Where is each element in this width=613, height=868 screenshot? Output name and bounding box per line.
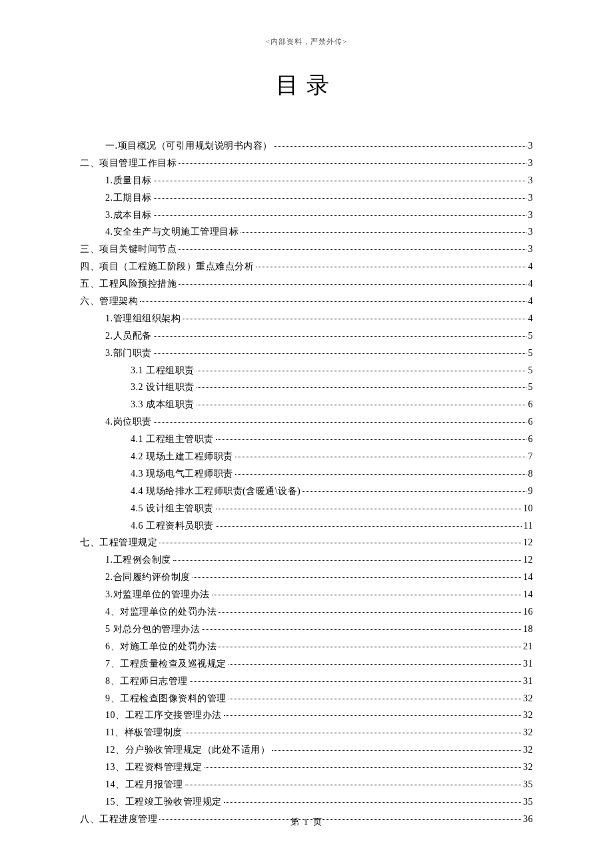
toc-entry: 8、工程师日志管理31 <box>80 673 533 690</box>
toc-entry-label: 六、管理架构 <box>80 293 138 310</box>
toc-entry-page: 9 <box>528 483 534 500</box>
toc-entry-page: 8 <box>528 465 534 483</box>
toc-entry: 4、对监理单位的处罚办法16 <box>80 603 533 621</box>
toc-entry-label: 3.1 工程组职责 <box>131 362 195 379</box>
toc-entry-label: 1.工程例会制度 <box>105 551 171 569</box>
toc-dots <box>229 699 522 699</box>
toc-entry: 3.2 设计组职责 5 <box>80 379 533 396</box>
toc-entry: 二、项目管理工作目标3 <box>80 155 533 172</box>
toc-dots <box>197 371 526 371</box>
toc-entry: 2.人员配备5 <box>80 327 533 345</box>
page-footer: 第 1 页 <box>0 816 613 828</box>
toc-dots <box>212 595 522 595</box>
toc-entry-label: 3.3 成本组职责 <box>131 396 195 413</box>
toc-entry-label: 14、工程月报管理 <box>105 776 183 793</box>
toc-entry: 9、工程检查图像资料的管理32 <box>80 690 533 707</box>
page-title: 目录 <box>80 70 533 101</box>
toc-entry-page: 5 <box>528 327 534 345</box>
toc-entry-label: 12、分户验收管理规定（此处不适用） <box>105 741 270 759</box>
toc-entry-label: 4.4 现场给排水工程师职责(含暖通\设备) <box>131 483 301 500</box>
toc-entry: 四、项目（工程施工阶段）重点难点分析4 <box>80 258 533 275</box>
toc-entry: 3.成本目标3 <box>80 207 533 224</box>
toc-entry: 五、工程风险预控措施4 <box>80 275 533 293</box>
toc-dots <box>185 785 522 785</box>
toc-entry-page: 35 <box>523 793 533 811</box>
toc-dots <box>179 284 526 285</box>
toc-entry-page: 5 <box>528 362 534 379</box>
toc-entry-page: 18 <box>523 621 533 638</box>
toc-entry-page: 31 <box>523 655 533 673</box>
toc-entry-label: 4.2 现场土建工程师职责 <box>131 448 233 465</box>
toc-dots <box>154 198 526 199</box>
toc-dots <box>190 681 522 682</box>
toc-dots <box>173 560 522 561</box>
toc-dots <box>216 509 522 509</box>
toc-entry-label: 五、工程风险预控措施 <box>80 275 177 293</box>
toc-entry-page: 32 <box>523 724 533 741</box>
toc-entry-label: 4.5 设计组主管职责 <box>131 500 214 517</box>
toc-dots <box>179 249 526 250</box>
toc-entry-label: 四、项目（工程施工阶段）重点难点分析 <box>80 258 254 275</box>
toc-entry: 1.工程例会制度12 <box>80 551 533 569</box>
toc-entry: 1.质量目标3 <box>80 172 533 189</box>
toc-dots <box>154 215 526 216</box>
toc-entry-label: 7、工程质量检查及巡视规定 <box>105 655 227 673</box>
toc-entry: 六、管理架构4 <box>80 293 533 310</box>
toc-entry: 4.3 现场电气工程师职责 8 <box>80 465 533 483</box>
toc-entry-page: 14 <box>523 586 533 603</box>
toc-entry-label: 4.1 工程组主管职责 <box>131 431 214 448</box>
toc-entry-page: 3 <box>528 137 534 155</box>
toc-entry-label: 3.成本目标 <box>105 207 152 224</box>
table-of-contents: 一.项目概况（可引用规划说明书内容）3二、项目管理工作目标31.质量目标32.工… <box>80 137 533 828</box>
toc-entry-page: 4 <box>528 258 534 275</box>
toc-entry: 三、项目关键时间节点3 <box>80 241 533 258</box>
toc-entry-page: 3 <box>528 223 534 241</box>
toc-dots <box>154 353 526 354</box>
toc-entry-label: 1.管理组组织架构 <box>105 310 181 327</box>
toc-entry-label: 3.对监理单位的管理办法 <box>105 586 210 603</box>
toc-dots <box>235 474 526 475</box>
toc-entry-label: 9、工程检查图像资料的管理 <box>105 690 227 707</box>
toc-entry-page: 35 <box>523 776 533 793</box>
toc-entry: 2.工期目标3 <box>80 189 533 207</box>
toc-dots <box>216 526 522 527</box>
toc-entry-page: 32 <box>523 707 533 724</box>
toc-entry-page: 3 <box>528 155 534 172</box>
toc-entry-page: 14 <box>523 569 533 586</box>
toc-entry-page: 11 <box>524 517 533 535</box>
toc-dots <box>154 422 526 423</box>
toc-entry-page: 32 <box>523 690 533 707</box>
toc-entry-page: 7 <box>528 448 534 465</box>
toc-entry: 4.安全生产与文明施工管理目标3 <box>80 223 533 241</box>
toc-entry-label: 4、对监理单位的处罚办法 <box>105 603 217 621</box>
toc-dots <box>229 664 522 665</box>
toc-entry-page: 3 <box>528 172 534 189</box>
toc-dots <box>216 439 526 440</box>
toc-entry-page: 6 <box>528 413 534 431</box>
toc-entry: 3.对监理单位的管理办法14 <box>80 586 533 603</box>
toc-entry-label: 6、对施工单位的处罚办法 <box>105 638 217 655</box>
toc-entry: 七、工程管理规定12 <box>80 534 533 551</box>
toc-entry-label: 5 对总分包的管理办法 <box>105 621 200 638</box>
toc-entry-page: 3 <box>528 207 534 224</box>
toc-entry: 5 对总分包的管理办法 18 <box>80 621 533 638</box>
toc-dots <box>197 405 526 405</box>
toc-dots <box>154 336 526 337</box>
toc-entry-page: 5 <box>528 379 534 396</box>
toc-entry-page: 4 <box>528 310 534 327</box>
toc-entry: 13、工程资料管理规定32 <box>80 759 533 776</box>
toc-entry-page: 16 <box>523 603 533 621</box>
toc-dots <box>197 387 526 388</box>
toc-dots <box>224 802 522 803</box>
toc-entry: 3.部门职责5 <box>80 345 533 362</box>
toc-entry-label: 3.2 设计组职责 <box>131 379 195 396</box>
toc-entry: 1.管理组组织架构4 <box>80 310 533 327</box>
toc-entry: 4.5 设计组主管职责 10 <box>80 500 533 517</box>
toc-entry-page: 3 <box>528 241 534 258</box>
toc-entry-label: 4.安全生产与文明施工管理目标 <box>105 223 239 241</box>
toc-entry: 2.合同履约评价制度14 <box>80 569 533 586</box>
toc-entry-label: 13、工程资料管理规定 <box>105 759 203 776</box>
toc-entry-page: 3 <box>528 189 534 207</box>
toc-dots <box>183 319 526 319</box>
header-note: <内部资料，严禁外传> <box>80 37 533 47</box>
